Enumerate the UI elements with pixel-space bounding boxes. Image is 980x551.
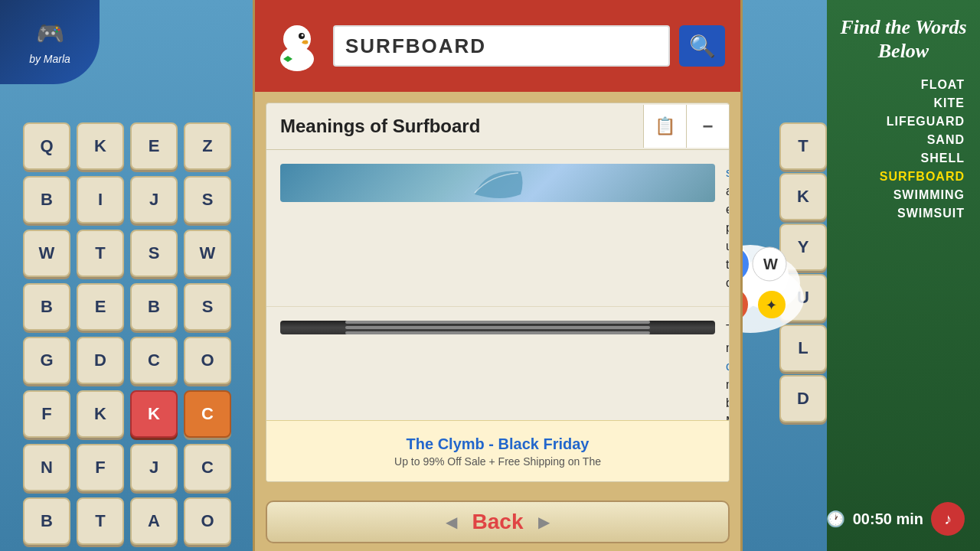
search-header: SURFBOARD 🔍	[255, 0, 740, 92]
back-arrow-left-icon: ◀	[446, 513, 457, 531]
word-item-kite: KITE	[835, 96, 972, 110]
letter-tile[interactable]: I	[77, 176, 124, 223]
modem-line	[345, 326, 650, 329]
word-item-swimsuit: SWIMSUIT	[835, 207, 972, 220]
find-words-title: Find the WordsBelow	[827, 0, 980, 70]
word-item-float: FLOAT	[835, 78, 972, 92]
letter-tile[interactable]: B	[23, 176, 70, 223]
letter-tile[interactable]: S	[184, 283, 231, 331]
letter-tile[interactable]: T	[77, 497, 124, 545]
letter-tile[interactable]: A	[130, 497, 178, 545]
surfboard-link[interactable]: surfboard	[726, 166, 729, 179]
svg-text:✦: ✦	[766, 298, 777, 313]
letter-tile[interactable]: B	[130, 283, 178, 331]
letter-tile[interactable]: D	[77, 337, 124, 384]
letter-tile[interactable]: W	[23, 230, 70, 277]
letter-tile[interactable]: K	[77, 122, 124, 170]
duckduckgo-logo	[270, 15, 324, 77]
ad-subtitle: Up to 99% Off Sale + Free Shipping on Th…	[282, 455, 714, 468]
search-input-container: SURFBOARD	[333, 25, 670, 67]
meanings-title-wrap: Meanings of Surfboard	[266, 103, 643, 149]
music-button[interactable]: ♪	[931, 502, 965, 536]
copy-button[interactable]: 📋	[643, 105, 686, 148]
modem-line	[345, 321, 650, 324]
letter-tile[interactable]: Z	[184, 122, 231, 170]
letter-tile[interactable]: F	[23, 390, 70, 438]
letter-tile[interactable]: T	[77, 230, 124, 277]
letter-tile[interactable]: E	[77, 283, 124, 331]
letter-tile[interactable]: W	[184, 230, 231, 277]
word-item-surfboard: SURFBOARD	[835, 170, 972, 184]
music-icon: ♪	[944, 510, 952, 528]
letter-tile[interactable]: J	[130, 444, 178, 491]
word-item-lifeguard: LIFEGUARD	[835, 115, 972, 129]
brand-badge: 🎮 by Marla	[0, 0, 100, 84]
brand-by-text: by Marla	[29, 53, 70, 65]
modem-thumbnail	[280, 321, 715, 334]
definition-2-start: Trademarked name of	[726, 323, 729, 354]
back-arrow-right-icon: ▶	[538, 513, 550, 531]
svg-point-17	[286, 57, 289, 60]
timer-row: 🕐 00:50 min ♪	[826, 502, 965, 536]
svg-point-14	[283, 25, 311, 53]
definition-2-tail: manufactured by Motorola Mobility, Inc.	[726, 378, 729, 420]
letter-tile[interactable]: S	[130, 230, 178, 277]
word-item-sand: SAND	[835, 133, 972, 147]
right-tile[interactable]: T	[779, 122, 827, 170]
letter-tile[interactable]: B	[23, 497, 70, 545]
letter-tile[interactable]: K	[77, 390, 124, 438]
right-tile[interactable]: D	[779, 375, 827, 422]
letter-tile[interactable]: J	[130, 176, 178, 223]
letter-tile[interactable]: G	[23, 337, 70, 384]
svg-text:W: W	[763, 256, 778, 272]
definition-entry-1: surfboard, an elongated platform used in…	[266, 150, 729, 307]
word-item-swimming: SWIMMING	[835, 188, 972, 202]
letter-grid: Q K E Z B I J S W T S W B E B S G D C O …	[23, 122, 234, 548]
svg-point-16	[302, 34, 304, 37]
meanings-header: Meanings of Surfboard 📋 −	[266, 103, 729, 150]
letter-tile[interactable]: S	[184, 176, 231, 223]
definition-text-2: Trademarked name of cable modem manufact…	[726, 321, 729, 420]
meanings-title: Meanings of Surfboard	[280, 116, 480, 136]
letter-tile[interactable]: O	[184, 497, 231, 545]
definition-entry-2: Trademarked name of cable modem manufact…	[266, 307, 729, 420]
modal-overlay: SURFBOARD 🔍 Meanings of Surfboard 📋 −	[253, 0, 743, 551]
cable-modem-link[interactable]: cable modem	[726, 360, 729, 373]
brand-icon: 🎮	[36, 20, 64, 47]
letter-tile[interactable]: F	[77, 444, 124, 491]
definitions-list: surfboard, an elongated platform used in…	[266, 150, 729, 420]
minus-icon: −	[702, 116, 713, 137]
search-query-text: SURFBOARD	[345, 34, 486, 58]
word-item-shell: SHELL	[835, 152, 972, 165]
definition-1-tail: , an elongated platform used in the spor…	[726, 166, 729, 289]
letter-tile-orange[interactable]: C	[184, 390, 231, 438]
search-icon: 🔍	[689, 34, 716, 59]
copy-icon: 📋	[655, 116, 675, 136]
letter-tile[interactable]: B	[23, 283, 70, 331]
letter-tile[interactable]: O	[184, 337, 231, 384]
right-panel: Find the WordsBelow FLOAT KITE LIFEGUARD…	[827, 0, 980, 551]
content-area: Meanings of Surfboard 📋 −	[266, 103, 730, 482]
letter-tile[interactable]: N	[23, 444, 70, 491]
letter-tile[interactable]: E	[130, 122, 178, 170]
letter-tile[interactable]: C	[130, 337, 178, 384]
back-button[interactable]: ◀ Back ▶	[266, 500, 730, 543]
letter-tile[interactable]: C	[184, 444, 231, 491]
surfboard-thumbnail	[280, 164, 715, 202]
definition-text-1: surfboard, an elongated platform used in…	[726, 164, 729, 292]
modem-line	[345, 331, 650, 334]
ad-title: The Clymb - Black Friday	[282, 435, 714, 453]
word-list: FLOAT KITE LIFEGUARD SAND SHELL SURFBOAR…	[827, 70, 980, 228]
collapse-button[interactable]: −	[686, 105, 729, 148]
back-button-wrap: ◀ Back ▶	[255, 493, 740, 551]
letter-tile[interactable]: Q	[23, 122, 70, 170]
clock-icon: 🕐	[826, 510, 845, 528]
search-button[interactable]: 🔍	[679, 25, 725, 67]
timer-display: 00:50 min	[853, 510, 923, 528]
back-label: Back	[472, 510, 524, 534]
letter-tile-highlight[interactable]: K	[130, 390, 178, 438]
ad-banner[interactable]: The Clymb - Black Friday Up to 99% Off S…	[266, 420, 729, 481]
right-tile[interactable]: K	[779, 173, 827, 220]
